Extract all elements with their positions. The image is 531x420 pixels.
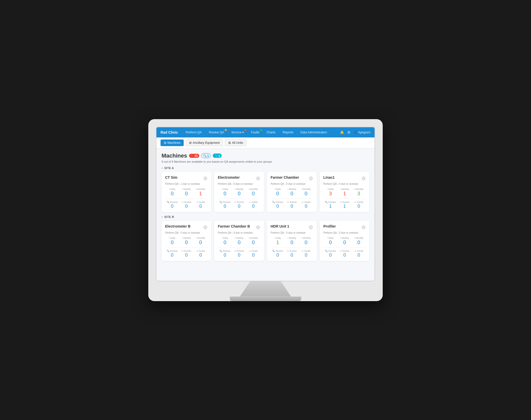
navbar: Rad Clinic Perform QA Review QA Service … — [156, 127, 375, 137]
machine-card-electrometer-b: Electrometer B ⚙ Perform QA - 0 due or o… — [162, 221, 211, 261]
nav-faults[interactable]: Faults — [249, 130, 261, 135]
machine-card-linac1: Linac1 ⚙ Perform QA - 4 due or overdue D… — [320, 172, 369, 212]
metric-review: 🔍 Review 0 — [165, 201, 179, 208]
site-a-header: ▪ SITE A — [162, 166, 369, 170]
stats-row: Daily 0 Weekly 0 Monthly 0 — [323, 237, 366, 245]
metrics-row: 🔍 Review 0 ✏ Events 0 ⚠ Faults 0 — [218, 201, 260, 208]
stat-daily: Daily 0 — [218, 237, 232, 245]
card-header: HDR Unit 1 ⚙ — [271, 224, 313, 230]
card-header: Linac1 ⚙ — [323, 175, 366, 181]
page-subtitle: 9 out of 9 Machines are available to you… — [162, 160, 369, 163]
nav-data-admin[interactable]: Data Administration — [299, 130, 328, 135]
stat-daily: Daily 0 — [271, 188, 285, 196]
metric-review: 🔍 Review 0 — [323, 250, 338, 257]
stats-row: Daily 3 Weekly 1 Monthly 3 — [323, 188, 366, 196]
brand[interactable]: Rad Clinic — [161, 130, 178, 134]
review-qa-badge — [225, 129, 227, 131]
nav-service[interactable]: Service ▾ — [230, 130, 245, 135]
site-b-grid: Electrometer B ⚙ Perform QA - 0 due or o… — [162, 221, 369, 261]
service-count-badge: 🔧 1 — [213, 153, 222, 158]
machine-card-ct-sim: CT Sim ⚙ Perform QA - 1 due or overdue D… — [162, 172, 211, 212]
machine-card-profiler: Profiler ⚙ Perform QA - 0 due or overdue… — [320, 221, 369, 261]
stat-monthly: Monthly 0 — [352, 237, 366, 245]
stat-weekly: Weekly 1 — [338, 188, 352, 196]
machine-icon: ⚙ — [203, 224, 208, 230]
navbar-right: 🔔 ⚙ 👤 Apegram — [340, 130, 370, 134]
notifications-icon[interactable]: 🔔 — [340, 130, 344, 134]
metric-faults: ⚠ Faults 0 — [299, 250, 313, 257]
machine-icon: ⚙ — [256, 224, 260, 230]
page-header: Machines 🔴 15 🔍 1 🔧 1 9 out of 9 Machine… — [162, 152, 369, 163]
tab-all-units[interactable]: ⊞ All Units — [225, 139, 246, 146]
stat-daily: Daily 0 — [218, 188, 232, 196]
stats-row: Daily 0 Weekly 0 Monthly 0 — [271, 188, 313, 196]
card-header: Electrometer ⚙ — [218, 175, 260, 181]
subnav: ⊞ Machines ⊞ Ancillary Equipment ⊞ All U… — [156, 137, 375, 148]
nav-reports[interactable]: Reports — [281, 130, 295, 135]
metric-events: ✏ Events 0 — [232, 201, 246, 208]
stat-monthly: Monthly 0 — [246, 237, 260, 245]
stat-daily: Daily 0 — [165, 188, 179, 196]
stat-weekly: Weekly 0 — [285, 188, 299, 196]
metric-events: ✏ Events 0 — [338, 250, 352, 257]
machine-card-hdr-unit-1: HDR Unit 1 ⚙ Perform QA - 0 due or overd… — [267, 221, 317, 261]
metric-events: ✏ Events 1 — [338, 201, 352, 208]
nav-charts[interactable]: Charts — [265, 130, 277, 135]
stat-daily: Daily 0 — [165, 237, 179, 245]
stat-daily: Daily 3 — [323, 188, 338, 196]
stats-row: Daily 0 Weekly 0 Monthly 1 — [165, 188, 208, 196]
stat-daily: Daily 0 — [323, 237, 338, 245]
stat-monthly: Monthly 3 — [352, 188, 366, 196]
metric-faults: ⚠ Faults 0 — [193, 201, 208, 208]
stats-row: Daily 0 Weekly 0 Monthly 0 — [218, 237, 260, 245]
site-b-header: ▪ SITE B — [162, 215, 369, 219]
site-a-icon: ▪ — [162, 166, 163, 170]
monitor-shell: Rad Clinic Perform QA Review QA Service … — [148, 119, 383, 301]
tab-ancillary[interactable]: ⊞ Ancillary Equipment — [186, 139, 223, 146]
stat-weekly: Weekly 0 — [285, 237, 299, 245]
stat-monthly: Monthly 0 — [193, 237, 208, 245]
machines-icon: ⊞ — [164, 141, 166, 145]
monitor-screen: Rad Clinic Perform QA Review QA Service … — [156, 127, 375, 281]
site-a-grid: CT Sim ⚙ Perform QA - 1 due or overdue D… — [162, 172, 369, 212]
metric-events: ✏ Events 0 — [179, 250, 194, 257]
faults-badge — [260, 129, 262, 131]
metric-faults: ⚠ Faults 0 — [246, 201, 260, 208]
metric-events: ✏ Events 0 — [232, 250, 246, 257]
nav-perform-qa[interactable]: Perform QA — [184, 130, 203, 135]
nav-review-qa[interactable]: Review QA — [207, 130, 226, 135]
stat-weekly: Weekly 0 — [232, 237, 246, 245]
metric-review: 🔍 Review 1 — [323, 201, 338, 208]
metric-faults: ⚠ Faults 0 — [352, 201, 366, 208]
metric-review: 🔍 Review 0 — [218, 250, 232, 257]
metrics-row: 🔍 Review 1 ✏ Events 1 ⚠ Faults 0 — [323, 201, 366, 208]
user-menu[interactable]: 👤 Apegram — [354, 131, 370, 134]
metric-faults: ⚠ Faults 0 — [193, 250, 208, 257]
card-header: Electrometer B ⚙ — [165, 224, 208, 230]
machine-card-electrometer: Electrometer ⚙ Perform QA - 0 due or ove… — [214, 172, 264, 212]
metrics-row: 🔍 Review 0 ✏ Events 0 ⚠ Faults 0 — [165, 250, 208, 257]
review-count-badge: 🔍 1 — [201, 153, 211, 158]
machine-card-farmer-chamber: Farmer Chamber ⚙ Perform QA - 0 due or o… — [267, 172, 317, 212]
overdue-count-badge: 🔴 15 — [189, 154, 199, 158]
metric-events: ✏ Events 0 — [285, 201, 299, 208]
metrics-row: 🔍 Review 0 ✏ Events 0 ⚠ Faults 0 — [218, 250, 260, 257]
main-content: Machines 🔴 15 🔍 1 🔧 1 9 out of 9 Machine… — [156, 148, 375, 281]
metric-faults: ⚠ Faults 0 — [299, 201, 313, 208]
metric-events: ✏ Events 0 — [285, 250, 299, 257]
card-header: Farmer Chamber ⚙ — [271, 175, 313, 181]
card-header: Profiler ⚙ — [323, 224, 366, 230]
metric-review: 🔍 Review 0 — [271, 201, 285, 208]
site-b-icon: ▪ — [162, 215, 163, 219]
metrics-row: 🔍 Review 0 ✏ Events 0 ⚠ Faults 0 — [323, 250, 366, 257]
metrics-row: 🔍 Review 0 ✏ Events 0 ⚠ Faults 0 — [271, 201, 313, 208]
metrics-row: 🔍 Review 0 ✏ Events 0 ⚠ Faults 0 — [271, 250, 313, 257]
stat-weekly: Weekly 0 — [179, 237, 194, 245]
tab-machines[interactable]: ⊞ Machines — [161, 139, 184, 146]
stat-weekly: Weekly 0 — [232, 188, 246, 196]
stat-monthly: Monthly 1 — [193, 188, 208, 196]
machine-icon: ⚙ — [203, 175, 208, 181]
settings-icon[interactable]: ⚙ — [347, 130, 351, 134]
service-badge — [244, 129, 246, 131]
all-units-icon: ⊞ — [228, 141, 231, 145]
